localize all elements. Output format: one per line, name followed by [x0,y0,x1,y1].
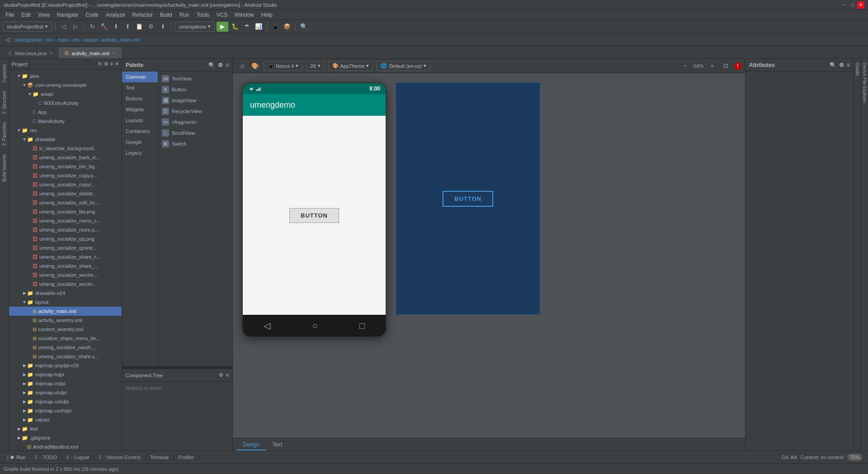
phone-button[interactable]: BUTTON [289,208,339,223]
tree-item-socialize-menu[interactable]: ⊟ socialize_share_menu_ite... [9,334,122,343]
breadcrumb-file[interactable]: activity_main.xml [102,37,140,43]
toolbar-btn-4[interactable]: ⬆ [123,22,132,32]
menu-build[interactable]: Build [156,11,176,19]
canvas-back-icon[interactable]: ◁ [236,61,246,71]
tree-item-more[interactable]: 🖼 umeng_socialize_more.p... [9,225,122,234]
bottom-tab-terminal[interactable]: Terminal [146,455,174,460]
search-everywhere-button[interactable]: 🔍 [299,22,309,32]
palette-cat-buttons[interactable]: Buttons [122,93,158,104]
tree-item-mipmap-hdpi[interactable]: ▶ 📁 mipmap-hdpi [9,370,122,379]
tree-item-mainactivity[interactable]: C MainActivity [9,117,122,126]
palette-item-fragment[interactable]: <> <fragment> [158,117,232,128]
menu-view[interactable]: View [34,11,53,19]
locale-dropdown[interactable]: 🌐 Default (en-us) ▾ [377,61,430,71]
project-more-icon[interactable]: ≡ [110,61,113,67]
tree-item-delete[interactable]: 🖼 umeng_socialize_delete... [9,189,122,198]
menu-code[interactable]: Code [82,11,102,19]
tree-item-com-umeng[interactable]: ▼ 📦 com.umeng.soexample [9,81,122,90]
tree-item-mipmap-xhdpi[interactable]: ▶ 📁 mipmap-xhdpi [9,388,122,397]
tree-item-back-ic[interactable]: 🖼 umeng_socialize_back_ic... [9,153,122,162]
forward-nav-button[interactable]: ▷ [71,22,80,32]
tree-item-app[interactable]: C App [9,108,122,117]
tab-design[interactable]: Design [236,440,266,450]
menu-tools[interactable]: Tools [193,11,213,19]
run-button[interactable]: ▶ [217,22,228,32]
build-variants-tab[interactable]: Build Variants [0,151,8,185]
palette-settings-icon[interactable]: ⚙ [218,62,223,68]
close-tab-java-icon[interactable]: ✕ [49,51,53,56]
tree-item-oauth[interactable]: ⊟ umeng_socialize_oauth_... [9,343,122,352]
bottom-tab-run[interactable]: 1 ▶ Run [2,454,30,460]
bottom-tab-logcat[interactable]: 6: Logcat [62,455,94,460]
project-settings-icon[interactable]: ⚙ [104,61,108,67]
debug-button[interactable]: 🐛 [230,22,240,32]
close-button[interactable]: ✕ [857,1,864,9]
device-dropdown[interactable]: 📱 Nexus 4 ▾ [264,61,302,71]
favorites-tab[interactable]: 2: Favorites [0,118,8,149]
tree-item-activity-main[interactable]: ⊟ activity_main.xml [9,307,122,316]
sdk-manager-button[interactable]: 📦 [282,22,292,32]
project-close-icon[interactable]: ✕ [115,61,119,67]
api-dropdown[interactable]: 28 ▾ [306,61,324,71]
palette-cat-widgets[interactable]: Widgets [122,104,158,115]
tree-item-wxapi[interactable]: ▼ 📁 wxapi [9,90,122,99]
breadcrumb-main[interactable]: main [57,37,68,43]
tree-item-copy[interactable]: 🖼 umeng_socialize_copy.p... [9,171,122,180]
maximize-button[interactable]: □ [849,1,856,9]
menu-help[interactable]: Help [258,11,276,19]
project-dropdown[interactable]: studioProjectfirst ▾ [3,22,52,32]
tree-item-java[interactable]: ▼ 📁 java [9,71,122,81]
tab-main-java[interactable]: C MainJava.java ✕ [3,47,59,58]
palette-cat-common[interactable]: Common [122,71,158,82]
tab-activity-main-xml[interactable]: ⊟ activity_main.xml ✕ [59,47,122,58]
back-button[interactable]: ◁ [3,35,13,45]
gradle-tab[interactable]: Gradle [854,59,861,80]
palette-cat-containers[interactable]: Containers [122,126,158,137]
breadcrumb-project[interactable]: umengdemo [14,37,42,43]
captures-tab[interactable]: Captures [0,61,8,86]
tree-item-mipmap-xxxhdpi[interactable]: ▶ 📁 mipmap-xxxhdpi [9,406,122,415]
theme-dropdown[interactable]: 🎨 AppTheme ▾ [328,61,373,71]
bottom-tab-todo[interactable]: 2: TODO [30,455,62,460]
tree-item-copyr[interactable]: 🖼 umeng_socialize_copyr... [9,180,122,189]
tree-item-menu-c[interactable]: 🖼 umeng_socialize_menu_c... [9,216,122,225]
breadcrumb-layout[interactable]: layout [84,37,97,43]
tree-item-share-s[interactable]: 🖼 umeng_socialize_share_... [9,261,122,270]
tree-item-wechat[interactable]: 🖼 umeng_socialize_weche... [9,270,122,280]
toolbar-btn-3[interactable]: ⬇ [111,22,121,32]
menu-edit[interactable]: Edit [18,11,34,19]
device-file-explorer-tab[interactable]: Device File Explorer [861,59,868,106]
menu-refactor[interactable]: Refactor [129,11,156,19]
tree-item-share-r[interactable]: 🖼 umeng_socialize_share_r... [9,252,122,261]
toolbar-btn-7[interactable]: ⬇ [158,22,168,32]
tree-item-wxentry[interactable]: C WXEntryActivity [9,99,122,108]
palette-cat-text[interactable]: Text [122,82,158,93]
attr-settings-icon[interactable]: ⚙ [839,62,844,68]
menu-window[interactable]: Window [231,11,258,19]
menu-file[interactable]: File [2,11,18,19]
palette-search-icon[interactable]: 🔍 [208,62,215,68]
toolbar-btn-6[interactable]: ⚙ [146,22,156,32]
tree-item-activity-wxentry[interactable]: ⊟ activity_wxentry.xml [9,316,122,325]
tree-item-layout[interactable]: ▼ 📁 layout [9,298,122,307]
palette-more-icon[interactable]: ≡ [226,62,229,68]
tree-item-content-wxentry[interactable]: ⊟ content_wxentry.xml [9,325,122,334]
palette-item-textview[interactable]: Ab TextView [158,73,232,84]
structure-tab[interactable]: 2: Structure [0,87,8,118]
build-button[interactable]: 🔨 [99,22,109,32]
home-nav-icon[interactable]: ○ [312,321,317,331]
tab-text[interactable]: Text [266,440,288,450]
tree-item-share-xml[interactable]: ⊟ umeng_socialize_share.x... [9,352,122,361]
tree-item-gitignore[interactable]: ▶ 📁 .gitignore [9,433,122,442]
blueprint-button[interactable]: BUTTON [443,191,493,207]
palette-item-imageview[interactable]: 🖼 ImageView [158,95,232,106]
error-indicator[interactable]: ! [734,62,741,70]
palette-cat-google[interactable]: Google [122,137,158,147]
palette-item-scrollview[interactable]: ↕ ScrollView [158,128,232,138]
palette-cat-layouts[interactable]: Layouts [122,115,158,126]
tree-item-fav[interactable]: 🖼 umeng_socialize_fav.png [9,207,122,216]
zoom-in-button[interactable]: + [707,61,717,71]
component-tree-more-icon[interactable]: ≡ [226,372,229,378]
palette-item-button[interactable]: B Button [158,84,232,95]
tree-item-mipmap-mdpi[interactable]: ▶ 📁 mipmap-mdpi [9,379,122,388]
